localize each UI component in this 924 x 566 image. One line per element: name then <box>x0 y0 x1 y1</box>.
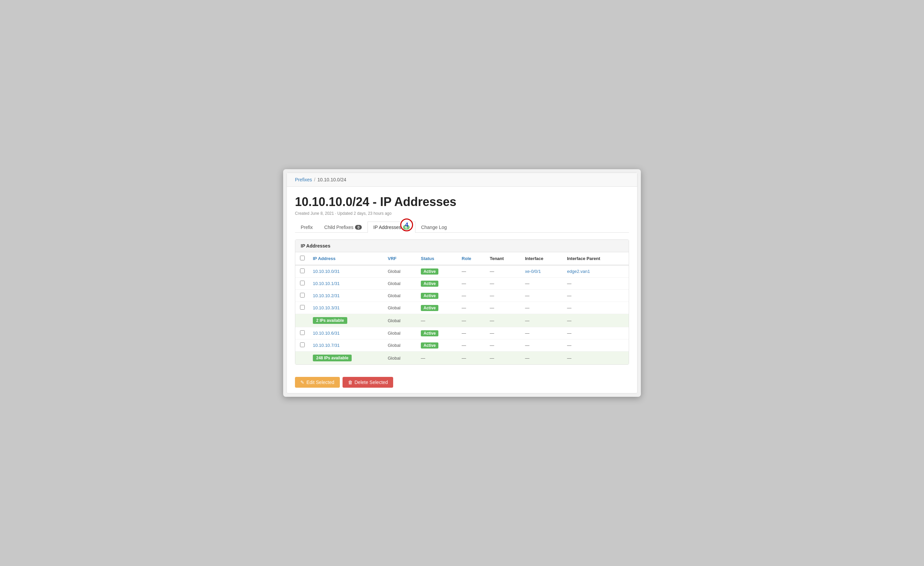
row-select-checkbox[interactable] <box>300 305 305 310</box>
main-content: IP Addresses IP Address VRF Status Role … <box>287 233 637 372</box>
status-badge-active: Active <box>421 342 438 349</box>
row-status: Active <box>417 327 458 339</box>
available-role: — <box>458 352 486 365</box>
row-interface: — <box>521 327 563 339</box>
row-checkbox-cell <box>295 327 309 339</box>
tab-prefix-label: Prefix <box>301 224 313 230</box>
col-role[interactable]: Role <box>458 252 486 265</box>
table-row: 10.10.10.6/31 Global Active — — — — <box>295 327 629 339</box>
tab-change-log[interactable]: Change Log <box>416 221 453 233</box>
col-status[interactable]: Status <box>417 252 458 265</box>
ip-addresses-table: IP Address VRF Status Role Tenant Interf… <box>295 252 629 364</box>
col-vrf[interactable]: VRF <box>384 252 417 265</box>
delete-selected-button[interactable]: 🗑 Delete Selected <box>342 377 393 388</box>
available-status: — <box>417 314 458 327</box>
status-badge-active: Active <box>421 293 438 299</box>
row-interface-parent: edge2.van1 <box>563 265 629 278</box>
row-vrf: Global <box>384 278 417 290</box>
status-badge-active: Active <box>421 330 438 336</box>
row-select-checkbox[interactable] <box>300 293 305 298</box>
available-checkbox-cell <box>295 314 309 327</box>
interface-link[interactable]: xe-0/0/1 <box>525 269 541 274</box>
available-vrf: Global <box>384 352 417 365</box>
table-row: 10.10.10.3/31 Global Active — — — — <box>295 302 629 314</box>
row-interface-parent: — <box>563 302 629 314</box>
interface-parent-link[interactable]: edge2.van1 <box>567 269 590 274</box>
available-status: — <box>417 352 458 365</box>
table-row: 10.10.10.1/31 Global Active — — — — <box>295 278 629 290</box>
row-interface: — <box>521 339 563 352</box>
row-interface: — <box>521 278 563 290</box>
row-checkbox-cell <box>295 302 309 314</box>
available-checkbox-cell <box>295 352 309 365</box>
row-tenant: — <box>486 290 521 302</box>
row-tenant: — <box>486 339 521 352</box>
table-row: 10.10.10.7/31 Global Active — — — — <box>295 339 629 352</box>
row-status: Active <box>417 339 458 352</box>
row-ip: 10.10.10.3/31 <box>309 302 384 314</box>
edit-selected-button[interactable]: ✎ Edit Selected <box>295 377 340 388</box>
tab-child-prefixes-badge: 0 <box>355 225 362 230</box>
row-checkbox-cell <box>295 278 309 290</box>
row-ip: 10.10.10.1/31 <box>309 278 384 290</box>
ip-address-link[interactable]: 10.10.10.3/31 <box>313 305 340 310</box>
row-role: — <box>458 265 486 278</box>
edit-selected-label: Edit Selected <box>306 379 334 385</box>
available-badge: 248 IPs available <box>313 355 352 361</box>
ip-address-link[interactable]: 10.10.10.0/31 <box>313 269 340 274</box>
available-row: 2 IPs available Global — — — — — <box>295 314 629 327</box>
row-tenant: — <box>486 327 521 339</box>
ip-address-link[interactable]: 10.10.10.2/31 <box>313 293 340 298</box>
available-interface-parent: — <box>563 352 629 365</box>
delete-icon: 🗑 <box>348 379 352 385</box>
available-interface: — <box>521 352 563 365</box>
table-row: 10.10.10.2/31 Global Active — — — — <box>295 290 629 302</box>
row-select-checkbox[interactable] <box>300 342 305 347</box>
row-interface-parent: — <box>563 327 629 339</box>
row-role: — <box>458 278 486 290</box>
select-all-checkbox[interactable] <box>300 256 305 260</box>
row-tenant: — <box>486 278 521 290</box>
tab-ip-addresses-badge: 6 <box>403 225 410 230</box>
delete-selected-label: Delete Selected <box>355 379 388 385</box>
row-vrf: Global <box>384 339 417 352</box>
row-interface-parent: — <box>563 339 629 352</box>
tabs: Prefix Child Prefixes 0 IP Addresses 6 C… <box>295 221 629 233</box>
status-badge-active: Active <box>421 305 438 311</box>
col-ip-address[interactable]: IP Address <box>309 252 384 265</box>
available-label-cell: 2 IPs available <box>309 314 384 327</box>
tab-ip-addresses[interactable]: IP Addresses 6 <box>368 221 415 233</box>
row-role: — <box>458 302 486 314</box>
row-vrf: Global <box>384 290 417 302</box>
col-checkbox <box>295 252 309 265</box>
row-status: Active <box>417 302 458 314</box>
table-row: 10.10.10.0/31 Global Active — — xe-0/0/1… <box>295 265 629 278</box>
status-badge-active: Active <box>421 281 438 287</box>
tab-change-log-label: Change Log <box>421 224 447 230</box>
breadcrumb-separator: / <box>314 177 315 182</box>
tab-prefix[interactable]: Prefix <box>295 221 319 233</box>
ip-address-link[interactable]: 10.10.10.7/31 <box>313 343 340 348</box>
row-interface-parent: — <box>563 290 629 302</box>
breadcrumb-parent-link[interactable]: Prefixes <box>295 177 312 182</box>
actions-bar: ✎ Edit Selected 🗑 Delete Selected <box>287 372 637 393</box>
col-interface-parent: Interface Parent <box>563 252 629 265</box>
breadcrumb-current: 10.10.10.0/24 <box>317 177 346 182</box>
page-meta: Created June 8, 2021 · Updated 2 days, 2… <box>295 211 629 216</box>
tab-child-prefixes[interactable]: Child Prefixes 0 <box>319 221 368 233</box>
tab-child-prefixes-label: Child Prefixes <box>324 224 353 230</box>
page-content: Prefixes / 10.10.10.0/24 10.10.10.0/24 -… <box>286 173 638 393</box>
row-checkbox-cell <box>295 265 309 278</box>
row-select-checkbox[interactable] <box>300 281 305 285</box>
row-select-checkbox[interactable] <box>300 330 305 335</box>
tabs-container: Prefix Child Prefixes 0 IP Addresses 6 C… <box>295 221 629 233</box>
status-badge-active: Active <box>421 268 438 275</box>
row-tenant: — <box>486 302 521 314</box>
ip-address-link[interactable]: 10.10.10.1/31 <box>313 281 340 286</box>
available-interface: — <box>521 314 563 327</box>
table-header-row: IP Address VRF Status Role Tenant Interf… <box>295 252 629 265</box>
row-select-checkbox[interactable] <box>300 268 305 273</box>
ip-address-link[interactable]: 10.10.10.6/31 <box>313 331 340 336</box>
row-status: Active <box>417 265 458 278</box>
row-ip: 10.10.10.6/31 <box>309 327 384 339</box>
